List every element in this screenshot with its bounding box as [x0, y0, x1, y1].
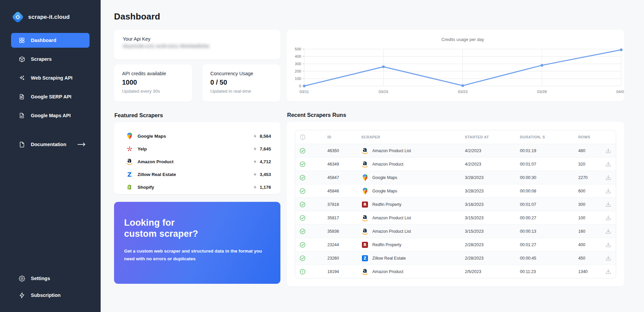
download-button[interactable] — [601, 161, 616, 167]
promo-title-line2: custom scraper? — [124, 229, 198, 239]
amazon-icon: a — [361, 228, 369, 235]
dashboard-icon — [18, 37, 25, 44]
check-circle-icon — [295, 161, 310, 167]
download-button[interactable] — [601, 202, 616, 207]
check-circle-icon — [295, 202, 310, 208]
featured-scraper-amazon-product[interactable]: aAmazon Product4,712 — [125, 155, 271, 168]
column-header-duration-s: DURATION, S — [512, 135, 569, 139]
run-row-35817: 35817aAmazon Product List3/15/202300:00:… — [295, 211, 616, 224]
api-key-value-blurred[interactable]: 45a24198-e1f1-4c59-b311-f9040bdf505d — [123, 44, 209, 49]
download-button[interactable] — [601, 255, 616, 261]
run-scraper-name: Redfin Property — [372, 202, 401, 207]
cube-icon — [18, 56, 25, 62]
download-button[interactable] — [601, 215, 616, 221]
bolt-gray-icon — [253, 134, 257, 138]
bolt-gray-icon — [253, 147, 257, 151]
sidebar-nav-docs: Documentation — [0, 137, 101, 152]
svg-text:0: 0 — [299, 84, 301, 88]
run-scraper-name: Zillow Real Estate — [372, 256, 406, 261]
sidebar-item-dashboard[interactable]: Dashboard — [11, 33, 90, 48]
sidebar-item-web-scraping-api[interactable]: Web Scraping API — [11, 71, 90, 85]
run-id: 18194 — [310, 269, 352, 274]
sidebar-item-settings[interactable]: Settings — [11, 271, 90, 286]
logo[interactable]: scrape-it.cloud — [0, 0, 101, 21]
run-rows: 300 — [569, 202, 601, 207]
run-scraper-name: Amazon Product List — [372, 148, 411, 153]
svg-text:03/23: 03/23 — [458, 90, 468, 94]
run-rows: 1340 — [569, 269, 601, 274]
check-circle-icon — [295, 228, 310, 234]
svg-text:500: 500 — [295, 47, 301, 51]
run-id: 37816 — [310, 202, 352, 207]
stat-value: 1000 — [122, 79, 184, 86]
run-scraper-name: Amazon Product — [372, 269, 403, 274]
promo-body: Get a custom web scraper and structured … — [124, 248, 267, 263]
run-rows: 320 — [569, 162, 601, 167]
run-duration: 00:01:07 — [512, 202, 569, 207]
download-button[interactable] — [601, 269, 616, 274]
download-button[interactable] — [601, 242, 616, 248]
run-id: 23260 — [310, 256, 352, 261]
featured-scraper-credits: 1,176 — [260, 185, 271, 190]
run-duration: 00:00:30 — [512, 175, 569, 180]
api-key-card: Your Api Key 45a24198-e1f1-4c59-b311-f90… — [114, 30, 280, 59]
run-started-at: 3/28/2023 — [457, 175, 512, 180]
column-header-scraper: SCRAPER — [352, 135, 457, 139]
run-duration: 00:00:13 — [512, 229, 569, 234]
featured-scraper-shopify[interactable]: SShopify1,176 — [125, 181, 271, 193]
run-id: 23244 — [310, 242, 352, 247]
bolt-gray-icon — [253, 185, 257, 189]
sidebar-item-label: Google SERP API — [31, 94, 71, 99]
run-id: 35836 — [310, 229, 352, 234]
featured-scraper-yelp[interactable]: Yelp7,645 — [125, 142, 271, 155]
api-key-label: Your Api Key — [123, 36, 272, 42]
download-button[interactable] — [601, 175, 616, 180]
sidebar-nav-footer: SettingsSubscription — [0, 271, 101, 305]
sidebar: scrape-it.cloud DashboardScrapersWeb Scr… — [0, 0, 101, 312]
stat-label: API credits available — [122, 71, 184, 76]
featured-scraper-zillow-real-estate[interactable]: ZZillow Real Estate3,453 — [125, 168, 271, 181]
featured-scraper-credits: 7,645 — [260, 146, 271, 151]
google-maps-icon — [361, 188, 369, 194]
page-title: Dashboard — [114, 11, 624, 22]
stat-card-api-credits-available: API credits available1000Updated every 3… — [114, 64, 192, 102]
check-circle-icon — [295, 188, 310, 194]
run-duration: 00:11:23 — [512, 269, 569, 274]
run-id: 45846 — [310, 189, 352, 193]
sidebar-item-scrapers[interactable]: Scrapers — [11, 52, 90, 66]
recent-runs-table: IDSCRAPERSTARTED ATDURATION, SROWS46350a… — [295, 130, 616, 278]
credits-usage-chart-card: Credits usage per day010020030040050003/… — [287, 30, 624, 101]
sidebar-item-label: Settings — [31, 276, 50, 281]
run-scraper-name: Google Maps — [372, 189, 397, 193]
credits-usage-chart: Credits usage per day010020030040050003/… — [287, 30, 624, 101]
main-content: Dashboard Your Api Key 45a24198-e1f1-4c5… — [101, 0, 644, 312]
run-row-18194: 18194aAmazon Product2/5/202300:11:231340 — [295, 265, 616, 278]
gear-icon — [18, 275, 25, 282]
sidebar-item-documentation[interactable]: Documentation — [11, 137, 90, 152]
svg-text:100: 100 — [295, 77, 301, 81]
run-started-at: 3/28/2023 — [457, 189, 512, 193]
recent-runs-card: IDSCRAPERSTARTED ATDURATION, SROWS46350a… — [287, 122, 624, 286]
custom-scraper-promo-card[interactable]: Looking for custom scraper? Get a custom… — [114, 202, 280, 284]
stat-note: Updated in real-time — [210, 89, 272, 94]
featured-scraper-google-maps[interactable]: Google Maps8,564 — [125, 130, 271, 142]
download-button[interactable] — [601, 228, 616, 234]
check-circle-icon — [295, 215, 310, 221]
amazon-icon: a — [361, 147, 369, 154]
sidebar-item-google-serp-api[interactable]: Google SERP API — [11, 89, 90, 104]
run-scraper-name: Amazon Product — [372, 162, 403, 167]
run-scraper-name: Google Maps — [372, 175, 397, 180]
column-header-started-at: STARTED AT — [457, 135, 512, 139]
sidebar-item-subscription[interactable]: Subscription — [11, 288, 90, 303]
sidebar-item-google-maps-api[interactable]: Google Maps API — [11, 108, 90, 123]
sidebar-item-label: Web Scraping API — [31, 75, 72, 81]
run-started-at: 3/15/2023 — [457, 229, 512, 234]
featured-scraper-name: Amazon Product — [138, 159, 173, 164]
download-button[interactable] — [601, 148, 616, 153]
run-started-at: 4/2/2023 — [457, 162, 512, 167]
svg-text:04/02: 04/02 — [616, 90, 624, 94]
stat-note: Updated every 30s — [122, 89, 184, 94]
download-button[interactable] — [601, 188, 616, 194]
svg-text:03/28: 03/28 — [537, 90, 547, 94]
run-started-at: 2/5/2023 — [457, 269, 512, 274]
